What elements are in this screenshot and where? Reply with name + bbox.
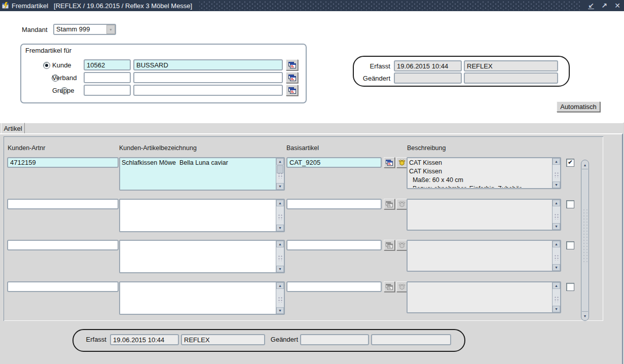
- artikel-info-button: [396, 281, 408, 292]
- app-icon: [2, 2, 10, 10]
- records-scrollbar[interactable]: ▲ ▼: [581, 160, 589, 321]
- geaendert-label: Geändert: [355, 75, 390, 82]
- gruppe-lov-button[interactable]: [286, 85, 298, 96]
- open-box-icon: [398, 283, 406, 290]
- column-header-beschreibung: Beschreibung: [407, 144, 446, 152]
- verband-name-field[interactable]: [133, 72, 283, 83]
- kunden-artikelbezeichnung-textarea[interactable]: Schlafkissen Möwe Bella Luna caviar ▲▼: [119, 157, 285, 191]
- list-of-values-icon: [288, 62, 296, 68]
- row-checkbox[interactable]: [566, 241, 574, 249]
- kunde-code-field[interactable]: [84, 59, 131, 70]
- scroll-up-icon[interactable]: ▲: [582, 161, 588, 169]
- artikel-info-button[interactable]: [396, 157, 408, 168]
- kunden-artikelbezeichnung-textarea[interactable]: ▲▼: [119, 240, 285, 273]
- basisartikel-lov-button: [384, 281, 395, 292]
- row-checkbox[interactable]: [566, 200, 574, 208]
- gruppe-name-field[interactable]: [133, 85, 283, 96]
- verband-lov-button[interactable]: [286, 72, 298, 83]
- scroll-up-icon[interactable]: ▲: [553, 158, 560, 165]
- column-header-basisartikel: Basisartikel: [286, 144, 319, 152]
- list-of-values-icon: [288, 87, 296, 94]
- open-box-icon: [398, 242, 406, 248]
- scroll-up-icon[interactable]: ▲: [276, 282, 284, 289]
- basisartikel-lov-button: [384, 199, 395, 209]
- beschreibung-textarea: ▲▼: [407, 240, 561, 272]
- mandant-dropdown[interactable]: Stamm 999 ▼: [53, 24, 116, 35]
- radio-kunde-label: Kunde: [52, 61, 71, 69]
- geaendert-date-field: [300, 334, 369, 345]
- titlebar-hatch-pattern: [199, 1, 581, 10]
- textarea-scrollbar[interactable]: ▲▼: [552, 200, 560, 230]
- kunden-artikelbezeichnung-textarea[interactable]: ▲▼: [119, 199, 285, 232]
- scroll-down-icon[interactable]: ▼: [553, 264, 560, 271]
- scroll-down-icon[interactable]: ▼: [553, 306, 560, 312]
- mandant-label: Mandant: [22, 26, 48, 33]
- basisartikel-input[interactable]: [286, 157, 382, 168]
- scroll-up-icon[interactable]: ▲: [276, 158, 284, 165]
- close-button[interactable]: ✕: [611, 0, 624, 11]
- verband-code-field[interactable]: [84, 72, 131, 83]
- textarea-scrollbar[interactable]: ▲▼: [276, 282, 284, 314]
- geaendert-user-field: [371, 334, 451, 345]
- list-of-values-icon: [386, 284, 393, 290]
- automatisch-button[interactable]: Automatisch: [557, 101, 600, 112]
- column-header-kunden-artnr: Kunden-Artnr: [8, 144, 45, 152]
- basisartikel-input[interactable]: [286, 199, 382, 209]
- window-titlebar: Fremdartikel [REFLEX / 19.06.2015 / Refl…: [0, 0, 624, 11]
- kunden-artnr-input[interactable]: [7, 281, 119, 292]
- scroll-up-icon[interactable]: ▲: [553, 241, 560, 247]
- textarea-scrollbar[interactable]: ▲▼: [552, 241, 560, 271]
- scroll-down-icon[interactable]: ▼: [553, 223, 560, 230]
- basisartikel-lov-button: [384, 240, 395, 250]
- radio-gruppe-label: Gruppe: [52, 87, 74, 94]
- restore-down-button[interactable]: ↙: [584, 0, 598, 11]
- scroll-up-icon[interactable]: ▲: [553, 200, 560, 206]
- scroll-down-icon[interactable]: ▼: [276, 307, 284, 314]
- kunden-artnr-input[interactable]: [7, 240, 119, 250]
- erfasst-date-field: [394, 60, 462, 71]
- beschreibung-textarea: ▲▼: [407, 281, 561, 313]
- scroll-down-icon[interactable]: ▼: [276, 225, 284, 231]
- erfasst-user-field: [181, 334, 265, 345]
- textarea-scrollbar[interactable]: ▲▼: [276, 200, 284, 231]
- basisartikel-lov-button[interactable]: [384, 157, 395, 168]
- textarea-scrollbar[interactable]: ▲▼: [552, 282, 560, 312]
- erfasst-label: Erfasst: [81, 336, 106, 343]
- erfasst-user-field: [464, 60, 558, 71]
- gruppe-code-field[interactable]: [84, 85, 131, 96]
- radio-verband-label: Verband: [52, 74, 77, 82]
- basisartikel-input[interactable]: [286, 281, 382, 292]
- scroll-down-icon[interactable]: ▼: [276, 183, 284, 190]
- erfasst-date-field: [110, 334, 179, 345]
- radio-kunde[interactable]: [43, 62, 50, 69]
- open-box-icon: [398, 159, 406, 166]
- kunden-artikelbezeichnung-textarea[interactable]: ▲▼: [119, 281, 285, 315]
- textarea-scrollbar[interactable]: ▲▼: [276, 241, 284, 272]
- tab-strip: [0, 123, 623, 134]
- scroll-down-icon[interactable]: ▼: [553, 181, 560, 188]
- restore-up-button[interactable]: ↗: [598, 0, 611, 11]
- column-header-kunden-artikelbezeichnung: Kunden-Artikelbezeichnung: [119, 144, 197, 152]
- scroll-up-icon[interactable]: ▲: [276, 241, 284, 247]
- basisartikel-input[interactable]: [286, 240, 382, 250]
- row-checkbox[interactable]: [566, 283, 574, 291]
- kunde-lov-button[interactable]: [286, 59, 298, 70]
- list-of-values-icon: [386, 242, 393, 248]
- textarea-scrollbar[interactable]: ▲▼: [552, 158, 560, 188]
- scroll-up-icon[interactable]: ▲: [553, 282, 560, 289]
- scroll-up-icon[interactable]: ▲: [276, 200, 284, 206]
- mandant-dropdown-arrow-icon: ▼: [106, 25, 115, 34]
- geaendert-date-field: [394, 72, 462, 84]
- kunden-artnr-input[interactable]: [7, 157, 119, 168]
- scroll-down-icon[interactable]: ▼: [276, 266, 284, 272]
- tab-artikel[interactable]: Artikel: [1, 123, 25, 134]
- kunden-artnr-input[interactable]: [7, 199, 119, 209]
- scroll-down-icon[interactable]: ▼: [582, 311, 588, 320]
- textarea-scrollbar[interactable]: ▲▼: [276, 158, 284, 190]
- row-checkbox[interactable]: ✔: [566, 159, 574, 167]
- lower-area: Artikel Kunden-Artnr Kunden-Artikelbezei…: [0, 123, 624, 364]
- list-of-values-icon: [386, 160, 393, 166]
- kunde-name-field[interactable]: [133, 59, 283, 70]
- open-box-icon: [398, 201, 406, 207]
- list-of-values-icon: [386, 201, 393, 207]
